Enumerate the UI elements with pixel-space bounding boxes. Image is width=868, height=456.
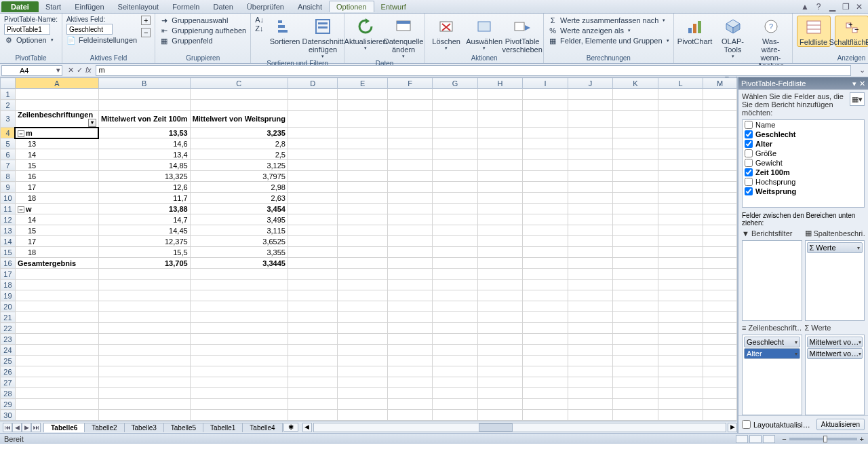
cell[interactable] [658, 345, 703, 356]
cell[interactable] [523, 214, 568, 225]
cell[interactable] [288, 334, 337, 345]
cell[interactable] [613, 356, 658, 366]
pivot-row-label[interactable]: 14 [15, 149, 98, 160]
pivot-value-header[interactable]: Mittelwert von Zeit 100m [98, 111, 190, 128]
group-selection-button[interactable]: ➜Gruppenauswahl [159, 16, 246, 25]
row-header[interactable]: 2 [1, 100, 16, 111]
cell[interactable] [98, 334, 190, 345]
row-header[interactable]: 20 [1, 301, 16, 312]
cell[interactable] [387, 356, 432, 366]
pivot-value-cell[interactable]: 2,8 [190, 138, 288, 149]
cell[interactable] [613, 258, 658, 269]
cell[interactable] [338, 334, 387, 345]
cell[interactable] [658, 236, 703, 247]
cell[interactable] [433, 377, 478, 388]
hscroll-right-icon[interactable]: ▶ [728, 423, 737, 432]
cell[interactable] [288, 356, 337, 366]
column-header[interactable]: C [190, 78, 288, 89]
cell[interactable] [477, 149, 523, 160]
cell[interactable] [98, 89, 190, 100]
cell[interactable] [568, 204, 612, 214]
cell[interactable] [15, 301, 98, 312]
field-settings-button[interactable]: 📄Feldeinstellungen [66, 35, 137, 45]
cell[interactable] [387, 171, 432, 182]
row-header[interactable]: 30 [1, 410, 16, 421]
cell[interactable] [288, 410, 337, 421]
cell[interactable] [288, 247, 337, 258]
cell[interactable] [613, 269, 658, 280]
pivot-value-cell[interactable]: 13,325 [98, 171, 190, 182]
pivot-value-cell[interactable]: 14,85 [98, 160, 190, 171]
cell[interactable] [613, 149, 658, 160]
cell[interactable] [703, 160, 737, 171]
pivot-value-cell[interactable]: 2,63 [190, 193, 288, 204]
pivot-row-label[interactable]: 13 [15, 138, 98, 149]
cell[interactable] [658, 214, 703, 225]
cell[interactable] [387, 334, 432, 345]
cell[interactable] [658, 334, 703, 345]
cell[interactable] [568, 128, 612, 138]
cell[interactable] [338, 214, 387, 225]
pivot-value-header[interactable]: Mittelwert von Weitsprung [190, 111, 288, 128]
cell[interactable] [387, 236, 432, 247]
cell[interactable] [613, 377, 658, 388]
cell[interactable] [568, 100, 612, 111]
cell[interactable] [288, 290, 337, 301]
sort-desc-button[interactable]: Z↓ [255, 24, 264, 33]
clear-button[interactable]: Löschen▾ [429, 16, 463, 51]
cell[interactable] [338, 345, 387, 356]
cell[interactable] [433, 334, 478, 345]
cell[interactable] [613, 160, 658, 171]
cell[interactable] [658, 312, 703, 323]
cell[interactable] [190, 410, 288, 421]
cell[interactable] [288, 138, 337, 149]
cell[interactable] [523, 89, 568, 100]
cell[interactable] [477, 258, 523, 269]
cell[interactable] [98, 410, 190, 421]
cell[interactable] [15, 366, 98, 377]
area-pill[interactable]: Mittelwert vo…▾ [807, 348, 863, 359]
move-pivottable-button[interactable]: PivotTable verschieben [505, 16, 539, 54]
cell[interactable] [433, 225, 478, 236]
cell[interactable] [523, 100, 568, 111]
cell[interactable] [288, 128, 337, 138]
cell[interactable] [568, 388, 612, 399]
cell[interactable] [190, 301, 288, 312]
field-list-dropdown-icon[interactable]: ▾ [852, 79, 856, 88]
cell[interactable] [433, 247, 478, 258]
cell[interactable] [568, 182, 612, 193]
column-header[interactable]: M [703, 78, 737, 89]
column-header[interactable]: L [658, 78, 703, 89]
cell[interactable] [568, 312, 612, 323]
cell[interactable] [338, 149, 387, 160]
cell[interactable] [387, 128, 432, 138]
values-drop[interactable]: Mittelwert vo…▾Mittelwert vo…▾ [805, 335, 865, 415]
cell[interactable] [288, 111, 337, 128]
field-item[interactable]: Hochsprung [743, 177, 864, 187]
pivot-row-label[interactable]: −m [15, 128, 98, 138]
cell[interactable] [703, 323, 737, 334]
cell[interactable] [338, 312, 387, 323]
cell[interactable] [98, 269, 190, 280]
field-list-box[interactable]: NameGeschlechtAlterGrößeGewichtZeit 100m… [742, 119, 865, 208]
column-header[interactable]: B [98, 78, 190, 89]
pivot-row-label[interactable]: 15 [15, 225, 98, 236]
cell[interactable] [338, 182, 387, 193]
cell[interactable] [658, 356, 703, 366]
cell[interactable] [658, 290, 703, 301]
cell[interactable] [98, 345, 190, 356]
cell[interactable] [190, 323, 288, 334]
sheet-nav-prev-icon[interactable]: ◀ [12, 423, 22, 432]
field-list-close-icon[interactable]: ✕ [859, 79, 865, 88]
cell[interactable] [477, 356, 523, 366]
field-checkbox[interactable] [745, 178, 753, 186]
cell[interactable] [288, 399, 337, 410]
cell[interactable] [288, 345, 337, 356]
cell[interactable] [523, 149, 568, 160]
cell[interactable] [703, 204, 737, 214]
sheet-tab[interactable]: Tabelle1 [203, 423, 243, 432]
cell[interactable] [288, 323, 337, 334]
cell[interactable] [433, 214, 478, 225]
cell[interactable] [15, 399, 98, 410]
cell[interactable] [433, 111, 478, 128]
